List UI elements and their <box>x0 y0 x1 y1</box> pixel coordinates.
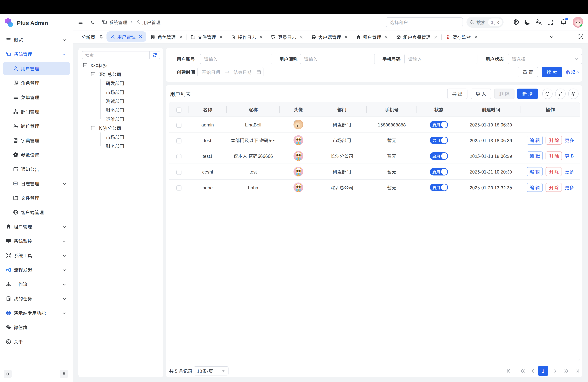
svg-text:redis: redis <box>447 38 449 39</box>
svg-text:DEV: DEV <box>14 183 18 185</box>
